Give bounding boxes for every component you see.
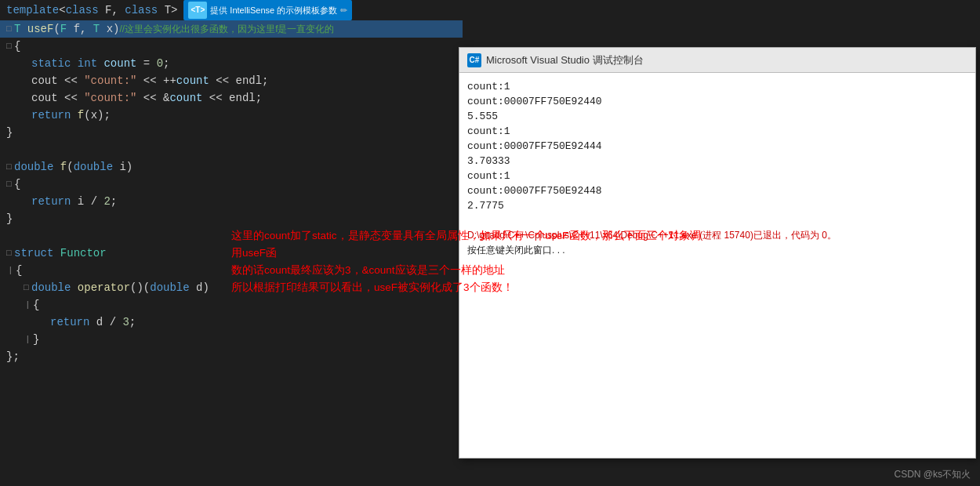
console-line-8: count:00007FF750E92448 [467, 183, 967, 198]
console-line-4: count:1 [467, 124, 967, 139]
console-line-10 [467, 213, 967, 228]
code-line-13: } [0, 210, 463, 227]
console-icon: C# [467, 53, 481, 67]
code-line-2: □ T useF ( F f, T x) //这里会实例化出很多函数，因为这里f… [0, 20, 463, 38]
template-line: template<class F, class T> [6, 2, 177, 19]
console-window: C# Microsoft Visual Studio 调试控制台 count:1… [459, 47, 976, 459]
console-line-5: count:00007FF750E92444 [467, 139, 967, 154]
console-title: Microsoft Visual Studio 调试控制台 [486, 53, 644, 67]
code-line-12: return i / 2 ; [0, 193, 463, 210]
code-line-20: | } [0, 331, 463, 348]
code-line-19: return d / 3 ; [0, 314, 463, 331]
code-line-15: □ struct Functor [0, 245, 463, 262]
code-line-17: □ double operator ()( double d) [0, 279, 463, 296]
code-line-21: }; [0, 348, 463, 365]
console-line-7: count:1 [467, 169, 967, 183]
console-line-2: count:00007FF750E92440 [467, 94, 967, 109]
code-line-5: cout << "count:" << ++ count << endl; [0, 72, 463, 89]
intellisense-tooltip[interactable]: <T> 提供 IntelliSense 的示例模板参数 ✏ [183, 0, 352, 20]
console-line-exit: D:\gitadd\C++\Cplusplus\C++11\x64\Debug\… [467, 228, 967, 243]
code-line-6: cout << "count:" << & count << endl; [0, 89, 463, 107]
t-icon: <T> [188, 2, 207, 19]
watermark-text: CSDN @ks不知火 [894, 469, 971, 480]
editor-area: template<class F, class T> <T> 提供 Intell… [0, 0, 980, 486]
console-line-close: 按任意键关闭此窗口. . . [467, 243, 967, 258]
console-titlebar: C# Microsoft Visual Studio 调试控制台 [459, 48, 975, 73]
code-line-10: □ double f ( double i) [0, 158, 463, 176]
code-line-14 [0, 227, 463, 245]
code-line-3: □ { [0, 38, 463, 55]
code-line-7: return f (x); [0, 107, 463, 124]
console-line-6: 3.70333 [467, 154, 967, 169]
code-line-9 [0, 141, 463, 158]
intellisense-label: 提供 IntelliSense 的示例模板参数 [210, 2, 337, 19]
code-line-11: □ { [0, 176, 463, 193]
console-body: count:1 count:00007FF750E92440 5.555 cou… [459, 73, 975, 458]
code-line-18: | { [0, 296, 463, 314]
console-line-1: count:1 [467, 79, 967, 94]
console-line-9: 2.7775 [467, 198, 967, 213]
watermark: CSDN @ks不知火 [894, 468, 971, 481]
code-line-16: | { [0, 262, 463, 279]
code-line-8: } [0, 124, 463, 141]
code-line-4: static int count = 0 ; [0, 55, 463, 72]
edit-icon: ✏ [340, 2, 347, 19]
code-editor: template<class F, class T> <T> 提供 Intell… [0, 0, 463, 486]
console-line-3: 5.555 [467, 109, 967, 124]
top-bar: template<class F, class T> <T> 提供 Intell… [0, 0, 463, 20]
